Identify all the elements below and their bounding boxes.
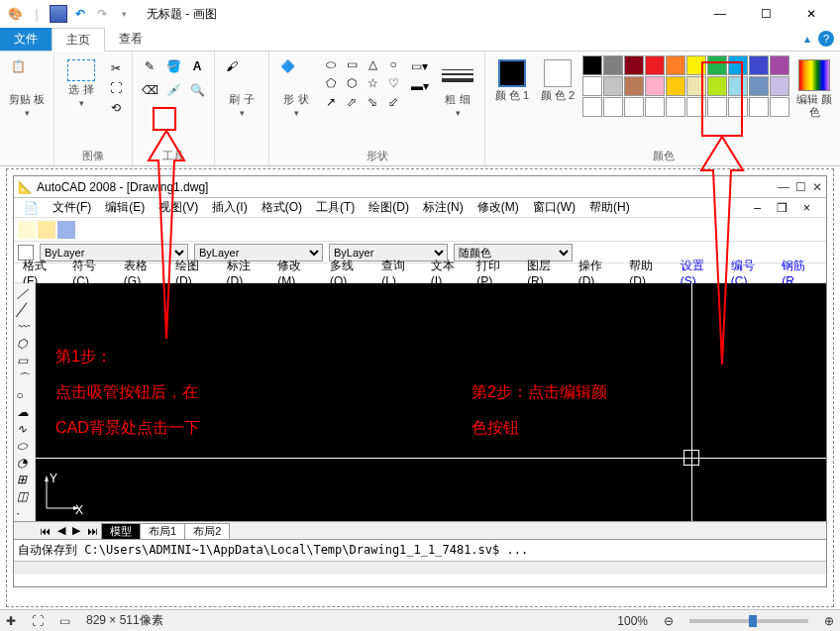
magnifier-icon[interactable]: 🔍 (186, 79, 208, 101)
tb-zoomprev-icon[interactable] (295, 221, 313, 239)
edit-colors-button[interactable]: 编辑 颜色 (793, 55, 835, 123)
shapes-button[interactable]: 🔷 形 状 ▾ (275, 55, 317, 122)
cad-close-icon[interactable]: ✕ (812, 180, 822, 194)
shapes-gallery[interactable]: ⬭▭△○ ⬠⬡☆♡ ↗⬀⬂⬃ (321, 55, 403, 111)
color-swatch[interactable] (624, 55, 644, 75)
crop-icon[interactable]: ✂ (106, 59, 126, 77)
tab-model[interactable]: 模型 (101, 523, 141, 539)
shape-outline-icon[interactable]: ▭▾ (411, 59, 433, 77)
cad-hscrollbar[interactable] (14, 561, 826, 575)
color-swatch-empty[interactable] (582, 97, 602, 117)
tb-zoomwin-icon[interactable] (275, 221, 293, 239)
revcloud-icon[interactable]: ☁ (17, 405, 33, 420)
cad-maximize-icon[interactable]: ☐ (795, 180, 806, 194)
cad-menu-item[interactable]: 窗口(W) (527, 199, 581, 216)
pline-icon[interactable]: 〰 (17, 320, 33, 335)
zoom-slider[interactable] (689, 619, 808, 623)
tb-ssm-icon[interactable] (374, 221, 392, 239)
color-swatch-empty[interactable] (666, 97, 685, 117)
color-swatch[interactable] (582, 55, 602, 75)
resize-icon[interactable]: ⛶ (106, 79, 126, 97)
eyedropper-icon[interactable]: 💉 (162, 79, 184, 101)
polygon-icon[interactable]: ⬡ (17, 337, 33, 352)
undo-icon[interactable]: ↶ (71, 5, 89, 23)
color1-button[interactable]: 颜 色 1 (491, 55, 533, 106)
save-icon[interactable] (50, 5, 67, 23)
tb-tp-icon[interactable] (355, 221, 372, 239)
color-swatch-empty[interactable] (624, 97, 644, 117)
select-button[interactable]: 选 择 ▾ (60, 55, 102, 112)
tb-cut-icon[interactable] (117, 221, 135, 239)
tb-new-icon[interactable] (18, 221, 36, 239)
arc-icon[interactable]: ⌒ (17, 370, 33, 386)
collapse-ribbon-icon[interactable]: ▴ (804, 32, 810, 46)
tb-redo-icon[interactable] (216, 221, 234, 239)
thickness-button[interactable]: 粗 细 ▾ (437, 55, 478, 122)
help-icon[interactable]: ? (818, 31, 834, 47)
tb-calc-icon[interactable] (414, 221, 432, 239)
spline-icon[interactable]: ∿ (17, 422, 33, 437)
color-swatch-empty[interactable] (749, 97, 769, 117)
qat-dropdown[interactable]: ▾ (115, 5, 133, 23)
color-swatch-empty[interactable] (770, 97, 789, 117)
tab-home[interactable]: 主页 (52, 28, 105, 52)
tb-undo-icon[interactable] (196, 221, 214, 239)
color-swatch[interactable] (666, 76, 685, 96)
color-swatch-empty[interactable] (645, 97, 665, 117)
close-button[interactable]: ✕ (788, 0, 834, 28)
cad-mdi-close-icon[interactable]: × (797, 201, 816, 215)
color-swatch[interactable] (603, 76, 623, 96)
color-swatch[interactable] (770, 76, 789, 96)
color-swatch[interactable] (749, 55, 769, 75)
redo-icon[interactable]: ↷ (93, 5, 111, 23)
cad-mdi-min-icon[interactable]: – (748, 201, 767, 215)
color-swatch[interactable] (603, 55, 623, 75)
pencil-icon[interactable]: ✎ (139, 55, 160, 77)
rotate-icon[interactable]: ⟲ (106, 99, 126, 117)
tab-file[interactable]: 文件 (0, 28, 52, 51)
cad-menu-item[interactable]: 插入(I) (206, 199, 253, 216)
tab-last-icon[interactable]: ⏭ (83, 525, 102, 537)
paste-button[interactable]: 📋 剪贴 板 ▾ (6, 55, 48, 122)
color-swatch[interactable] (645, 55, 665, 75)
color-swatch[interactable] (666, 55, 685, 75)
color-swatch[interactable] (749, 76, 769, 96)
cad-menu-item[interactable]: 标注(N) (417, 199, 470, 216)
text-icon[interactable]: A (186, 55, 208, 77)
color-swatch[interactable] (645, 76, 665, 96)
tab-view[interactable]: 查看 (105, 28, 157, 51)
zoom-in-button[interactable]: ⊕ (824, 614, 834, 628)
tab-prev-icon[interactable]: ◀ (53, 524, 69, 537)
block-icon[interactable]: ◫ (17, 489, 33, 504)
minimize-button[interactable]: — (697, 0, 743, 28)
tb-mark-icon[interactable] (394, 221, 412, 239)
ellipsearc-icon[interactable]: ◔ (17, 456, 33, 471)
tab-layout1[interactable]: 布局1 (140, 523, 185, 539)
rect-icon[interactable]: ▭ (17, 354, 33, 368)
eraser-icon[interactable]: ⌫ (139, 79, 160, 101)
color-swatch[interactable] (770, 55, 789, 75)
cad-menu-item[interactable]: 绘图(D) (363, 199, 415, 216)
color2-button[interactable]: 颜 色 2 (537, 55, 578, 106)
fill-icon[interactable]: 🪣 (162, 55, 184, 77)
insert-icon[interactable]: ⊞ (17, 473, 33, 487)
cad-menu-item[interactable]: 工具(T) (310, 199, 361, 216)
cad-menu-item[interactable]: 修改(M) (472, 199, 525, 216)
tb-print-icon[interactable] (77, 221, 95, 239)
maximize-button[interactable]: ☐ (743, 0, 788, 28)
tb-props-icon[interactable] (315, 221, 333, 239)
tb-zoom-icon[interactable] (256, 221, 273, 239)
circle-icon[interactable]: ○ (17, 388, 33, 403)
shape-fill-icon[interactable]: ▬▾ (411, 79, 433, 97)
color-swatch[interactable] (624, 76, 644, 96)
ellipse-icon[interactable]: ⬭ (17, 439, 33, 454)
tb-open-icon[interactable] (38, 221, 55, 239)
cad-minimize-icon[interactable]: — (778, 180, 789, 194)
line-icon[interactable]: ／ (17, 285, 33, 301)
zoom-out-button[interactable]: ⊖ (664, 614, 674, 628)
cad-mdi-restore-icon[interactable]: ❐ (771, 201, 793, 215)
color-swatch[interactable] (582, 76, 602, 96)
point-icon[interactable]: · (17, 506, 33, 521)
cad-menu-item[interactable]: 格式(O) (256, 199, 308, 216)
cad-menu-item[interactable]: 帮助(H) (583, 199, 636, 216)
